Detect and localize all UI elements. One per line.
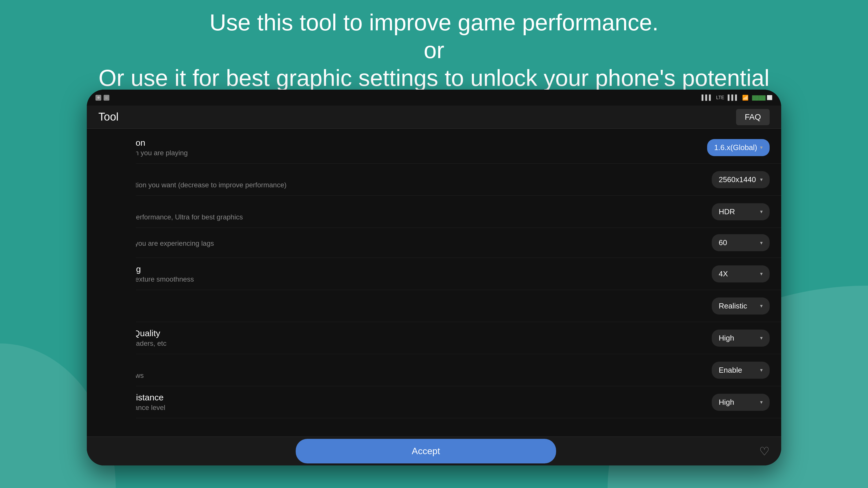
- lte-label: LTE: [716, 95, 724, 100]
- setting-dropdown-arrow-fps: ▾: [760, 240, 763, 246]
- setting-name-resolution: ution: [116, 170, 712, 180]
- setting-desc-filter: filter: [116, 307, 712, 316]
- setting-dropdown-filter[interactable]: Realistic▾: [712, 297, 770, 315]
- setting-control-shadowDistance: High▾: [712, 394, 770, 411]
- setting-row-shadows: owsshadowsEnable▾: [87, 354, 781, 386]
- setting-dropdown-fps[interactable]: 60▾: [712, 234, 770, 251]
- setting-dropdown-arrow-shadowDistance: ▾: [760, 399, 763, 405]
- battery-outline: ⬜: [767, 95, 773, 100]
- setting-desc-shadowDistance: w distance level: [116, 403, 712, 412]
- setting-desc-resolution: resolution you want (decrease to improve…: [116, 181, 712, 189]
- setting-dropdown-arrow-rendering: ▾: [760, 335, 763, 341]
- setting-desc-graphics: h for performance, Ultra for best graphi…: [116, 213, 712, 221]
- setting-dropdown-label-filter: Realistic: [719, 301, 747, 311]
- setting-info-shadows: owsshadows: [116, 360, 712, 380]
- setting-name-shadows: ows: [116, 360, 712, 370]
- setting-info-graphics: icsh for performance, Ultra for best gra…: [116, 202, 712, 221]
- left-edge-overlay: [87, 90, 136, 465]
- setting-info-fps: use if you are experiencing lags: [116, 238, 712, 248]
- setting-row-graphics: icsh for performance, Ultra for best gra…: [87, 196, 781, 228]
- setting-control-graphics: HDR▾: [712, 203, 770, 220]
- setting-desc-fps: use if you are experiencing lags: [116, 239, 712, 248]
- settings-status-icon: ⚙: [95, 95, 101, 101]
- setting-dropdown-label-shadowDistance: High: [719, 398, 734, 407]
- setting-name-antialiasing: liasing: [116, 264, 712, 274]
- heart-icon[interactable]: ♡: [759, 445, 770, 458]
- setting-desc-rendering: ws, shaders, etc: [116, 339, 712, 348]
- setting-dropdown-rendering[interactable]: High▾: [712, 330, 770, 347]
- setting-row-shadowDistance: ow Distancew distance levelHigh▾: [87, 386, 781, 418]
- settings-list: Versionversion you are playing1.6.x(Glob…: [87, 129, 781, 448]
- setting-dropdown-label-fps: 60: [719, 238, 727, 247]
- setting-control-filter: Realistic▾: [712, 297, 770, 315]
- setting-control-version: 1.6.x(Global)▾: [707, 139, 770, 156]
- setting-dropdown-arrow-antialiasing: ▾: [760, 270, 763, 277]
- setting-dropdown-label-graphics: HDR: [719, 207, 735, 216]
- setting-dropdown-arrow-shadows: ▾: [760, 367, 763, 373]
- header-line2: or: [0, 36, 868, 64]
- setting-dropdown-resolution[interactable]: 2560x1440▾: [712, 171, 770, 188]
- signal-icon: ▌▌▌: [702, 95, 713, 101]
- setting-name-filter: s: [116, 296, 712, 306]
- faq-button[interactable]: FAQ: [736, 109, 770, 125]
- app-title: Tool: [98, 111, 119, 123]
- setting-row-resolution: utionresolution you want (decrease to im…: [87, 164, 781, 196]
- setting-name-version: Version: [116, 138, 707, 148]
- setting-dropdown-arrow-graphics: ▾: [760, 208, 763, 215]
- app-bar: Tool FAQ: [87, 105, 781, 129]
- setting-info-resolution: utionresolution you want (decrease to im…: [116, 170, 712, 189]
- setting-name-shadowDistance: ow Distance: [116, 393, 712, 402]
- wifi-icon: 📶: [742, 95, 748, 101]
- setting-dropdown-shadowDistance[interactable]: High▾: [712, 394, 770, 411]
- setting-info-shadowDistance: ow Distancew distance level: [116, 393, 712, 412]
- setting-info-filter: sfilter: [116, 296, 712, 316]
- setting-dropdown-arrow-filter: ▾: [760, 303, 763, 309]
- status-icons-right: ▌▌▌ LTE ▌▌▌ 📶 ▓▓▓▓ ⬜: [702, 95, 773, 101]
- device-frame: ⚙ □ ▌▌▌ LTE ▌▌▌ 📶 ▓▓▓▓ ⬜ Tool FAQ Versio…: [87, 90, 781, 465]
- setting-info-antialiasing: liasings the texture smoothness: [116, 264, 712, 283]
- setting-info-version: Versionversion you are playing: [116, 138, 707, 157]
- setting-name-graphics: ics: [116, 202, 712, 212]
- setting-control-antialiasing: 4X▾: [712, 265, 770, 283]
- setting-control-fps: 60▾: [712, 234, 770, 251]
- setting-dropdown-antialiasing[interactable]: 4X▾: [712, 265, 770, 283]
- setting-row-rendering: ring Qualityws, shaders, etcHigh▾: [87, 322, 781, 354]
- setting-dropdown-arrow-version: ▾: [760, 144, 763, 151]
- setting-desc-version: version you are playing: [116, 149, 707, 157]
- setting-dropdown-label-antialiasing: 4X: [719, 269, 728, 279]
- setting-dropdown-shadows[interactable]: Enable▾: [712, 362, 770, 379]
- setting-control-resolution: 2560x1440▾: [712, 171, 770, 188]
- signal2-icon: ▌▌▌: [728, 95, 739, 101]
- setting-row-fps: use if you are experiencing lags60▾: [87, 228, 781, 258]
- setting-dropdown-label-rendering: High: [719, 334, 734, 343]
- app-status-icon: □: [103, 95, 110, 101]
- setting-desc-antialiasing: s the texture smoothness: [116, 275, 712, 283]
- top-text-block: Use this tool to improve game performanc…: [0, 9, 868, 92]
- status-bar: ⚙ □ ▌▌▌ LTE ▌▌▌ 📶 ▓▓▓▓ ⬜: [87, 90, 781, 105]
- setting-dropdown-graphics[interactable]: HDR▾: [712, 203, 770, 220]
- setting-dropdown-label-shadows: Enable: [719, 366, 742, 375]
- status-icons-left: ⚙ □: [95, 95, 110, 101]
- setting-row-version: Versionversion you are playing1.6.x(Glob…: [87, 132, 781, 164]
- setting-desc-shadows: shadows: [116, 371, 712, 380]
- battery-icon: ▓▓▓▓ ⬜: [752, 95, 773, 100]
- battery-indicator: ▓▓▓▓: [752, 95, 766, 100]
- setting-row-filter: sfilterRealistic▾: [87, 290, 781, 322]
- setting-dropdown-label-version: 1.6.x(Global): [714, 143, 757, 152]
- accept-button[interactable]: Accept: [296, 439, 556, 463]
- setting-control-rendering: High▾: [712, 330, 770, 347]
- setting-name-rendering: ring Quality: [116, 328, 712, 338]
- setting-control-shadows: Enable▾: [712, 362, 770, 379]
- setting-dropdown-version[interactable]: 1.6.x(Global)▾: [707, 139, 770, 156]
- setting-dropdown-arrow-resolution: ▾: [760, 176, 763, 183]
- header-line3: Or use it for best graphic settings to u…: [0, 64, 868, 92]
- setting-info-rendering: ring Qualityws, shaders, etc: [116, 328, 712, 348]
- header-line1: Use this tool to improve game performanc…: [0, 9, 868, 36]
- setting-row-antialiasing: liasings the texture smoothness4X▾: [87, 258, 781, 290]
- bottom-bar: Accept ♡: [87, 436, 781, 465]
- setting-dropdown-label-resolution: 2560x1440: [719, 175, 756, 184]
